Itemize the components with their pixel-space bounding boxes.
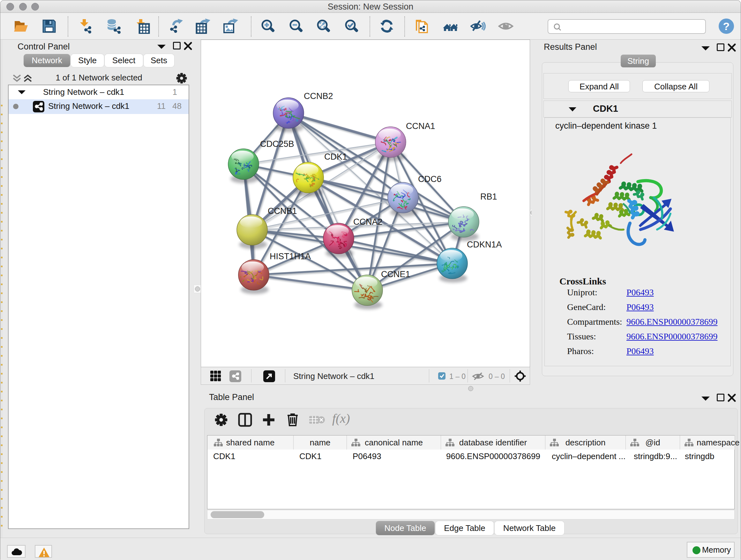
svg-text:RB1: RB1: [480, 192, 497, 201]
svg-text:CCNA1: CCNA1: [406, 121, 435, 131]
svg-text:CDC25B: CDC25B: [260, 139, 294, 149]
svg-text:HIST1H1A: HIST1H1A: [270, 252, 311, 261]
svg-text:CCNE1: CCNE1: [381, 269, 410, 279]
svg-text:CDC6: CDC6: [418, 174, 442, 184]
svg-text:CDKN1A: CDKN1A: [467, 240, 502, 249]
svg-text:CCNB2: CCNB2: [304, 91, 333, 101]
svg-text:CCNB1: CCNB1: [268, 206, 297, 216]
svg-text:CDK1: CDK1: [324, 152, 347, 162]
svg-text:CCNA2: CCNA2: [353, 217, 383, 227]
